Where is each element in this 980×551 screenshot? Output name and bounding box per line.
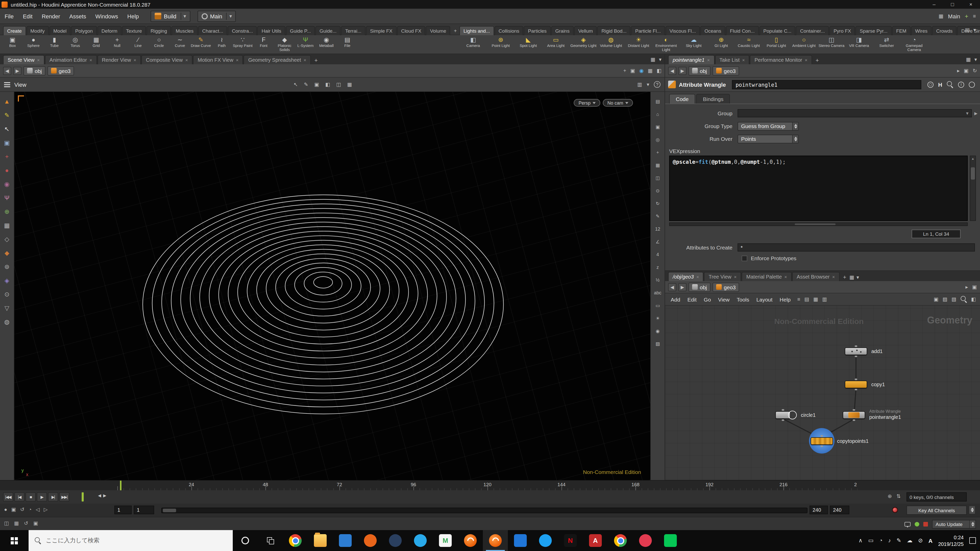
shelf-options-icon[interactable]: ▤ — [965, 27, 970, 33]
shelf-tab[interactable]: Vellum — [574, 26, 597, 35]
pane-tab[interactable]: Take List × — [715, 55, 749, 64]
viewport-tool-icon[interactable]: Ψ — [0, 192, 14, 203]
taskbar-app-icon[interactable] — [383, 530, 408, 551]
tray-icon[interactable]: ⊘ — [918, 537, 923, 544]
menu-item[interactable]: Render — [37, 9, 65, 24]
shelf-tool[interactable]: ▯ Portal Light — [762, 36, 790, 54]
shelf-tool[interactable]: ● Sphere — [23, 36, 44, 54]
pathbar-option-icon[interactable]: + — [623, 68, 626, 73]
tray-icon[interactable]: ✎ — [897, 537, 901, 544]
close-tab-icon[interactable]: × — [134, 57, 136, 62]
playbar-icon[interactable]: ● — [4, 507, 7, 512]
viewport-header-tool-icon[interactable]: ✎ — [304, 82, 308, 87]
network-tool-icon[interactable]: ▥ — [822, 297, 827, 302]
shelf-dropdown-icon[interactable]: ▾ — [974, 27, 976, 33]
playbar-option-icon[interactable]: ⇅ — [897, 493, 901, 499]
shelf-tool[interactable]: ▭ Area Light — [542, 36, 570, 54]
stepper-icon[interactable] — [792, 122, 798, 130]
pane-menu-icon[interactable]: ▾ — [659, 57, 662, 62]
help-icon[interactable]: ? — [654, 81, 660, 88]
playbar-icon[interactable]: ↺ — [20, 507, 24, 512]
shelf-tab[interactable]: Muscles — [172, 26, 198, 35]
step-back-icon[interactable]: ◀ — [98, 493, 101, 498]
pane-menu-icon[interactable]: ▾ — [856, 275, 859, 280]
start-button[interactable] — [0, 530, 29, 551]
pane-tab[interactable]: Motion FX View × — [193, 55, 243, 64]
desktop-selector[interactable]: Build ▾ — [151, 11, 190, 22]
shelf-tab[interactable]: FEM — [892, 26, 911, 35]
cortana-button[interactable] — [233, 530, 258, 551]
attributes-to-create-field[interactable]: * — [738, 243, 975, 251]
enforce-prototypes-checkbox[interactable] — [741, 256, 747, 261]
code-scrollbar[interactable]: ▲ — [970, 156, 976, 221]
stepper-icon[interactable] — [969, 520, 975, 528]
shelf-tool[interactable]: ◎ Torus — [65, 36, 86, 54]
shelf-tab[interactable]: Container... — [796, 26, 829, 35]
split-pane-icon[interactable]: ▣ — [972, 284, 977, 290]
scene-viewport[interactable]: Persp No cam Non-Commercial Edition y x — [14, 92, 650, 480]
breadcrumb-obj[interactable]: obj — [24, 66, 45, 75]
network-menu-item[interactable]: Help — [776, 296, 794, 302]
frame-range-slider[interactable] — [161, 508, 808, 513]
close-tab-icon[interactable]: × — [734, 274, 737, 279]
shelf-tab[interactable]: Grains — [551, 26, 574, 35]
viewport-tool-icon[interactable]: ⊚ — [0, 261, 14, 272]
current-frame-marker[interactable] — [82, 492, 84, 502]
back-arrow-icon[interactable]: ◀ — [668, 283, 676, 291]
group-type-dropdown[interactable]: Guess from Group — [738, 122, 799, 130]
viewport-tool-icon[interactable]: ◇ — [0, 233, 14, 245]
taskbar-app-icon[interactable] — [633, 530, 658, 551]
shelf-tool[interactable]: ≀ Path — [211, 36, 232, 54]
performance-chart-icon[interactable]: ▥ — [637, 82, 642, 87]
display-option-icon[interactable]: ◉ — [651, 327, 664, 336]
taskbar-app-icon[interactable] — [333, 530, 358, 551]
pathbar-option-icon[interactable]: ◉ — [639, 68, 644, 73]
viewport-tool-icon[interactable]: ▽ — [0, 303, 14, 313]
menu-item[interactable]: Edit — [18, 9, 37, 24]
viewport-header-tool-icon[interactable]: ▦ — [347, 82, 352, 87]
network-menu-item[interactable]: Edit — [684, 296, 700, 302]
pin-icon[interactable]: ▸ — [966, 284, 968, 290]
shelf-tool[interactable]: ⇄ Switcher — [873, 36, 900, 54]
shelf-tab[interactable]: Sparse Pyr... — [856, 26, 892, 35]
new-tab-button[interactable]: + — [840, 273, 850, 281]
close-tab-icon[interactable]: × — [185, 57, 188, 62]
shelf-tool[interactable]: ◉ Metaball — [316, 36, 337, 54]
group-pick-arrow-icon[interactable]: ▶ — [972, 111, 980, 116]
forward-arrow-icon[interactable]: ▶ — [678, 283, 687, 291]
display-option-icon[interactable]: ▭ — [651, 301, 664, 310]
scroll-up-icon[interactable]: ▲ — [970, 156, 975, 160]
shelf-tool[interactable]: ≈ Caustic Light — [735, 36, 762, 54]
pane-tab[interactable]: pointwrangle1 × — [668, 55, 714, 64]
step-forward-icon[interactable]: ▶ — [103, 493, 106, 498]
end-frame-field[interactable]: 240 — [830, 506, 850, 514]
hamburger-menu-icon[interactable]: ≡ — [973, 13, 976, 19]
group-input[interactable]: ▼ — [738, 109, 972, 118]
display-option-icon[interactable]: ◎ — [651, 135, 664, 144]
auto-update-dropdown[interactable]: Auto Update — [932, 519, 976, 528]
display-option-icon[interactable]: ▤ — [651, 97, 664, 106]
viewport-tool-icon[interactable]: ◆ — [0, 248, 14, 258]
tray-icon[interactable]: ☁ — [907, 537, 913, 544]
shelf-tool[interactable]: ◈ Geometry Light — [570, 36, 597, 54]
viewport-tool-icon[interactable]: ⊕ — [0, 206, 14, 217]
menu-item[interactable]: Assets — [65, 9, 91, 24]
new-tab-button[interactable]: + — [813, 56, 822, 64]
shelf-tab[interactable]: Texture — [122, 26, 146, 35]
set-key-button[interactable] — [892, 507, 898, 513]
shelf-tool[interactable]: ◧ Camera — [460, 36, 487, 54]
pane-layout-icon[interactable]: ▦ — [651, 57, 655, 62]
shelf-tab[interactable]: Crowds — [932, 26, 956, 35]
shelf-tool[interactable]: ◐ Environment Light — [652, 36, 680, 54]
search-icon[interactable] — [947, 81, 953, 88]
network-menu-item[interactable]: View — [714, 296, 733, 302]
taskbar-app-icon[interactable] — [483, 530, 508, 551]
shelf-tab[interactable]: Viscous Fl... — [665, 26, 700, 35]
maximize-button[interactable]: □ — [943, 0, 962, 9]
network-menu-item[interactable]: Add — [667, 296, 684, 302]
taskbar-clock[interactable]: 0:24 2019/12/25 — [938, 534, 964, 547]
code-hscrollbar[interactable] — [669, 222, 968, 226]
help-book-icon[interactable]: H — [938, 81, 942, 87]
parameter-tab[interactable]: Code — [669, 94, 695, 103]
node-tile[interactable] — [845, 347, 867, 355]
